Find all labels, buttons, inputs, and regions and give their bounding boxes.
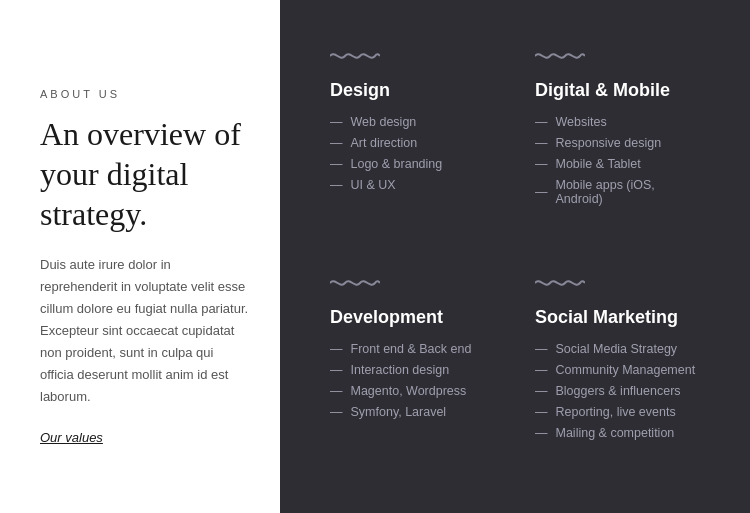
service-item: Web design [330, 115, 495, 129]
service-item: Responsive design [535, 136, 700, 150]
service-block-3: Social MarketingSocial Media StrategyCom… [515, 257, 720, 484]
service-item: Bloggers & influencers [535, 384, 700, 398]
service-item: UI & UX [330, 178, 495, 192]
service-title-3: Social Marketing [535, 307, 700, 328]
service-item: Reporting, live events [535, 405, 700, 419]
service-item: Art direction [330, 136, 495, 150]
service-item: Community Management [535, 363, 700, 377]
service-list-1: WebsitesResponsive designMobile & Tablet… [535, 115, 700, 206]
wave-icon [535, 277, 585, 289]
wave-icon [330, 50, 380, 62]
service-item: Interaction design [330, 363, 495, 377]
about-label: ABOUT US [40, 88, 250, 100]
our-values-link[interactable]: Our values [40, 430, 250, 445]
service-item: Mailing & competition [535, 426, 700, 440]
service-item: Symfony, Laravel [330, 405, 495, 419]
left-panel: ABOUT US An overview of your digital str… [0, 0, 280, 513]
service-list-2: Front end & Back endInteraction designMa… [330, 342, 495, 419]
service-list-0: Web designArt directionLogo & brandingUI… [330, 115, 495, 192]
wave-icon [535, 50, 585, 62]
service-block-0: DesignWeb designArt directionLogo & bran… [310, 30, 515, 257]
service-title-2: Development [330, 307, 495, 328]
service-item: Mobile apps (iOS, Android) [535, 178, 700, 206]
right-panel: DesignWeb designArt directionLogo & bran… [280, 0, 750, 513]
main-heading: An overview of your digital strategy. [40, 114, 250, 234]
service-block-1: Digital & MobileWebsitesResponsive desig… [515, 30, 720, 257]
service-item: Mobile & Tablet [535, 157, 700, 171]
service-title-1: Digital & Mobile [535, 80, 700, 101]
description-text: Duis aute irure dolor in reprehenderit i… [40, 254, 250, 409]
service-title-0: Design [330, 80, 495, 101]
service-item: Front end & Back end [330, 342, 495, 356]
service-item: Logo & branding [330, 157, 495, 171]
service-item: Magento, Wordpress [330, 384, 495, 398]
service-item: Websites [535, 115, 700, 129]
service-list-3: Social Media StrategyCommunity Managemen… [535, 342, 700, 440]
service-block-2: DevelopmentFront end & Back endInteracti… [310, 257, 515, 484]
wave-icon [330, 277, 380, 289]
service-item: Social Media Strategy [535, 342, 700, 356]
